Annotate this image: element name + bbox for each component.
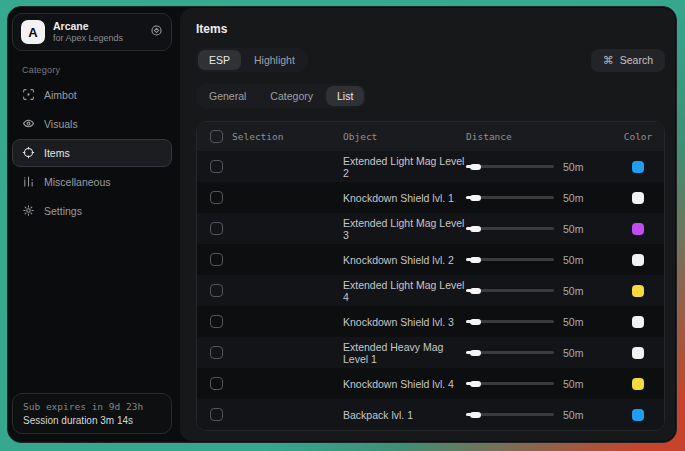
distance-slider[interactable] (466, 348, 554, 358)
object-name: Extended Heavy Mag Level 1 (343, 341, 466, 365)
main-panel: Items ESP Highlight ⌘ Search General Cat… (180, 8, 675, 441)
object-name: Extended Light Mag Level 4 (343, 279, 466, 303)
distance-slider[interactable] (466, 410, 554, 420)
page-title: Items (196, 22, 665, 36)
table-row[interactable]: Extended Light Mag Level 2 50m (197, 151, 664, 182)
color-swatch[interactable] (632, 161, 644, 173)
row-checkbox[interactable] (210, 284, 223, 297)
crosshair-icon (22, 88, 35, 103)
object-name: Knockdown Shield lvl. 1 (343, 192, 466, 204)
table-row[interactable]: Knockdown Shield lvl. 4 50m (197, 368, 664, 399)
sub-expires-text: Sub expires in 9d 23h (23, 401, 161, 412)
row-checkbox[interactable] (210, 222, 223, 235)
app-window: A Arcane for Apex Legends Category (7, 6, 677, 443)
color-swatch[interactable] (632, 378, 644, 390)
distance-value: 50m (563, 285, 591, 297)
eye-icon (22, 117, 35, 132)
sidebar-item-label: Aimbot (44, 89, 77, 101)
tab-list[interactable]: List (326, 86, 364, 106)
sidebar-item-label: Settings (44, 205, 82, 217)
sidebar-item-label: Miscellaneous (44, 176, 111, 188)
distance-slider[interactable] (466, 193, 554, 203)
command-icon: ⌘ (603, 54, 614, 67)
table-row[interactable]: Knockdown Shield lvl. 1 50m (197, 182, 664, 213)
color-swatch[interactable] (632, 254, 644, 266)
row-checkbox[interactable] (210, 160, 223, 173)
app-subtitle: for Apex Legends (53, 33, 142, 44)
columns-icon (22, 175, 35, 190)
tab-esp[interactable]: ESP (198, 50, 241, 70)
sidebar: A Arcane for Apex Legends Category (8, 7, 174, 442)
table-row[interactable]: Extended Heavy Mag Level 1 50m (197, 337, 664, 368)
items-table: Selection Object Distance Color Extended… (196, 121, 665, 431)
object-name: Backpack lvl. 1 (343, 409, 466, 421)
select-all-checkbox[interactable] (210, 130, 223, 143)
row-checkbox[interactable] (210, 346, 223, 359)
sidebar-item-label: Visuals (44, 118, 78, 130)
object-name: Knockdown Shield lvl. 4 (343, 378, 466, 390)
sidebar-item-aimbot[interactable]: Aimbot (12, 81, 172, 109)
distance-value: 50m (563, 254, 591, 266)
color-swatch[interactable] (632, 409, 644, 421)
column-distance: Distance (466, 131, 612, 142)
tab-category[interactable]: Category (259, 86, 324, 106)
row-checkbox[interactable] (210, 408, 223, 421)
app-badge-icon[interactable] (150, 23, 163, 41)
gear-icon (22, 204, 35, 219)
table-row[interactable]: Backpack lvl. 1 50m (197, 399, 664, 430)
distance-value: 50m (563, 316, 591, 328)
tab-highlight[interactable]: Highlight (243, 50, 306, 70)
table-row[interactable]: Extended Light Mag Level 3 50m (197, 213, 664, 244)
category-label: Category (22, 65, 174, 75)
session-info-panel: Sub expires in 9d 23h Session duration 3… (12, 393, 172, 434)
search-button[interactable]: ⌘ Search (591, 49, 665, 72)
row-checkbox[interactable] (210, 253, 223, 266)
mode-tab-group: ESP Highlight (196, 48, 308, 72)
column-selection: Selection (232, 131, 283, 142)
distance-value: 50m (563, 347, 591, 359)
sidebar-item-settings[interactable]: Settings (12, 197, 172, 225)
object-name: Knockdown Shield lvl. 2 (343, 254, 466, 266)
app-name: Arcane (53, 20, 142, 33)
target-icon (22, 146, 35, 161)
color-swatch[interactable] (632, 316, 644, 328)
sidebar-item-visuals[interactable]: Visuals (12, 110, 172, 138)
table-row[interactable]: Knockdown Shield lvl. 2 50m (197, 244, 664, 275)
object-name: Extended Light Mag Level 3 (343, 217, 466, 241)
table-header: Selection Object Distance Color (197, 122, 664, 151)
row-checkbox[interactable] (210, 191, 223, 204)
distance-slider[interactable] (466, 379, 554, 389)
table-row[interactable]: Extended Light Mag Level 4 50m (197, 275, 664, 306)
distance-value: 50m (563, 378, 591, 390)
row-checkbox[interactable] (210, 315, 223, 328)
distance-slider[interactable] (466, 162, 554, 172)
app-header: A Arcane for Apex Legends (12, 13, 172, 51)
distance-value: 50m (563, 161, 591, 173)
row-checkbox[interactable] (210, 377, 223, 390)
color-swatch[interactable] (632, 223, 644, 235)
sidebar-nav: Aimbot Visuals Items (12, 81, 172, 225)
session-duration-text: Session duration 3m 14s (23, 415, 161, 426)
object-name: Extended Light Mag Level 2 (343, 155, 466, 179)
distance-value: 50m (563, 192, 591, 204)
distance-slider[interactable] (466, 317, 554, 327)
distance-value: 50m (563, 223, 591, 235)
app-logo: A (21, 20, 45, 44)
distance-slider[interactable] (466, 286, 554, 296)
object-name: Knockdown Shield lvl. 3 (343, 316, 466, 328)
table-row[interactable]: Knockdown Shield lvl. 3 50m (197, 306, 664, 337)
view-tab-group: General Category List (196, 84, 366, 108)
color-swatch[interactable] (632, 347, 644, 359)
distance-slider[interactable] (466, 255, 554, 265)
column-color: Color (612, 131, 664, 142)
distance-slider[interactable] (466, 224, 554, 234)
tab-general[interactable]: General (198, 86, 257, 106)
color-swatch[interactable] (632, 192, 644, 204)
color-swatch[interactable] (632, 285, 644, 297)
sidebar-item-items[interactable]: Items (12, 139, 172, 167)
search-button-label: Search (620, 54, 653, 66)
sidebar-item-label: Items (44, 147, 70, 159)
column-object: Object (343, 131, 466, 142)
distance-value: 50m (563, 409, 591, 421)
sidebar-item-miscellaneous[interactable]: Miscellaneous (12, 168, 172, 196)
